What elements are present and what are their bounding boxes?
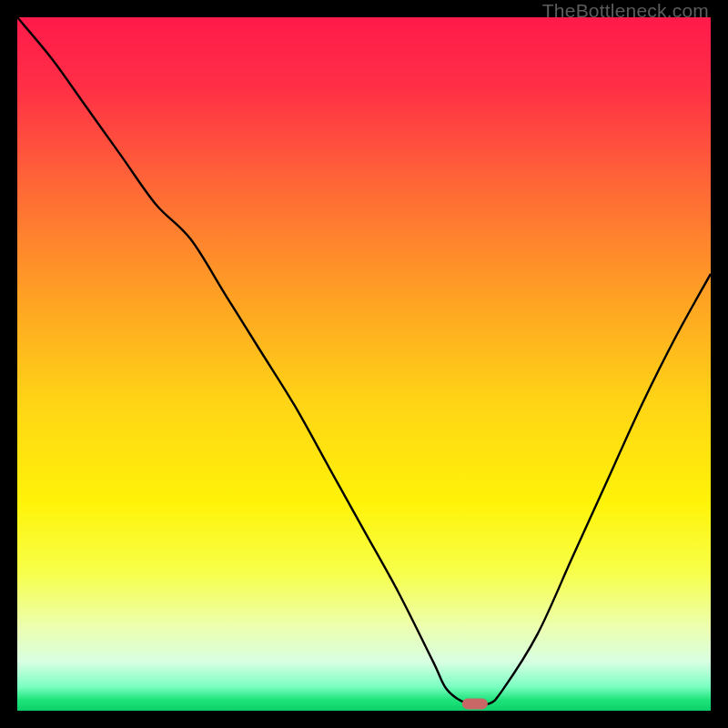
- optimum-marker: [462, 698, 488, 709]
- watermark-text: TheBottleneck.com: [542, 0, 709, 22]
- bottleneck-chart: [17, 17, 711, 711]
- chart-frame: [17, 17, 711, 711]
- gradient-background: [17, 17, 711, 711]
